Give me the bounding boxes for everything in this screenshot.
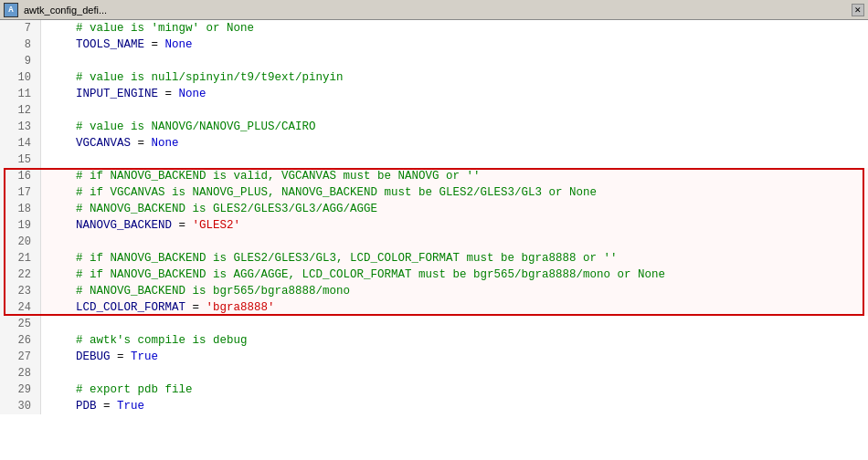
token-variable: DEBUG bbox=[48, 350, 111, 363]
title-bar-icon: A bbox=[4, 3, 18, 17]
line-content: PDB = True bbox=[41, 398, 868, 414]
line-content: # value is NANOVG/NANOVG_PLUS/CAIRO bbox=[41, 119, 868, 135]
line-number: 23 bbox=[0, 283, 41, 299]
line-number: 25 bbox=[0, 316, 41, 332]
token-plain: = bbox=[97, 400, 118, 413]
token-string: 'bgra8888' bbox=[206, 301, 275, 314]
line-number: 9 bbox=[0, 53, 41, 69]
line-number: 12 bbox=[0, 102, 41, 119]
token-variable: INPUT_ENGINE bbox=[48, 88, 158, 100]
line-content: DEBUG = True bbox=[41, 349, 868, 365]
line-number: 21 bbox=[0, 250, 41, 267]
title-bar: A awtk_config_defi... ✕ bbox=[0, 0, 868, 20]
token-comment: # value is null/spinyin/t9/t9ext/pinyin bbox=[48, 71, 344, 84]
token-variable: NANOVG_BACKEND bbox=[48, 219, 172, 232]
code-line: 20 bbox=[0, 234, 868, 250]
token-plain: = bbox=[111, 350, 132, 363]
token-variable: PDB bbox=[48, 400, 97, 413]
line-number: 14 bbox=[0, 135, 41, 152]
line-number: 7 bbox=[0, 20, 41, 37]
line-number: 22 bbox=[0, 267, 41, 283]
line-number: 16 bbox=[0, 168, 41, 184]
line-number: 26 bbox=[0, 332, 41, 349]
code-line: 15 bbox=[0, 152, 868, 168]
line-number: 27 bbox=[0, 349, 41, 365]
line-number: 15 bbox=[0, 152, 41, 168]
code-line: 24 LCD_COLOR_FORMAT = 'bgra8888' bbox=[0, 299, 868, 316]
token-plain: = bbox=[131, 137, 152, 150]
line-content: # value is null/spinyin/t9/t9ext/pinyin bbox=[41, 69, 868, 86]
code-line: 22 # if NANOVG_BACKEND is AGG/AGGE, LCD_… bbox=[0, 267, 868, 283]
token-comment: # value is 'mingw' or None bbox=[48, 22, 254, 35]
token-plain: = bbox=[144, 38, 165, 51]
token-plain: = bbox=[158, 88, 179, 100]
token-comment: # if NANOVG_BACKEND is AGG/AGGE, LCD_COL… bbox=[48, 268, 665, 281]
line-content: INPUT_ENGINE = None bbox=[41, 86, 868, 102]
token-comment: # if NANOVG_BACKEND is valid, VGCANVAS m… bbox=[48, 170, 481, 183]
title-bar-text: awtk_config_defi... bbox=[24, 5, 846, 16]
line-content: VGCANVAS = None bbox=[41, 135, 868, 152]
token-comment: # export pdb file bbox=[48, 383, 193, 396]
token-plain: = bbox=[172, 219, 193, 232]
code-container: 7 # value is 'mingw' or None8 TOOLS_NAME… bbox=[0, 20, 868, 460]
token-value-none: None bbox=[152, 137, 179, 150]
line-number: 11 bbox=[0, 86, 41, 102]
code-line: 30 PDB = True bbox=[0, 398, 868, 414]
token-comment: # value is NANOVG/NANOVG_PLUS/CAIRO bbox=[48, 120, 316, 133]
token-variable: TOOLS_NAME bbox=[48, 38, 144, 51]
token-string: 'GLES2' bbox=[193, 219, 241, 232]
editor-area: 7 # value is 'mingw' or None8 TOOLS_NAME… bbox=[0, 20, 868, 460]
code-line: 28 bbox=[0, 365, 868, 382]
code-line: 11 INPUT_ENGINE = None bbox=[0, 86, 868, 102]
line-content: # value is 'mingw' or None bbox=[41, 20, 868, 37]
token-value-none: None bbox=[165, 38, 193, 51]
line-content: # export pdb file bbox=[41, 382, 868, 398]
token-variable: LCD_COLOR_FORMAT bbox=[48, 301, 185, 314]
token-comment: # NANOVG_BACKEND is bgr565/bgra8888/mono bbox=[48, 285, 350, 298]
line-number: 13 bbox=[0, 119, 41, 135]
line-content: # if NANOVG_BACKEND is AGG/AGGE, LCD_COL… bbox=[41, 267, 868, 283]
line-number: 20 bbox=[0, 234, 41, 250]
token-plain: = bbox=[185, 301, 206, 314]
code-line: 27 DEBUG = True bbox=[0, 349, 868, 365]
code-line: 29 # export pdb file bbox=[0, 382, 868, 398]
code-line: 19 NANOVG_BACKEND = 'GLES2' bbox=[0, 217, 868, 234]
token-comment: # awtk's compile is debug bbox=[48, 334, 248, 347]
line-number: 19 bbox=[0, 217, 41, 234]
line-content: # NANOVG_BACKEND is bgr565/bgra8888/mono bbox=[41, 283, 868, 299]
code-line: 7 # value is 'mingw' or None bbox=[0, 20, 868, 37]
code-line: 16 # if NANOVG_BACKEND is valid, VGCANVA… bbox=[0, 168, 868, 184]
token-comment: # if VGCANVAS is NANOVG_PLUS, NANOVG_BAC… bbox=[48, 186, 597, 199]
token-value-true: True bbox=[117, 400, 144, 413]
line-number: 8 bbox=[0, 37, 41, 53]
code-line: 18 # NANOVG_BACKEND is GLES2/GLES3/GL3/A… bbox=[0, 201, 868, 217]
token-value-true: True bbox=[131, 350, 158, 363]
code-line: 21 # if NANOVG_BACKEND is GLES2/GLES3/GL… bbox=[0, 250, 868, 267]
code-line: 8 TOOLS_NAME = None bbox=[0, 37, 868, 53]
line-content: NANOVG_BACKEND = 'GLES2' bbox=[41, 217, 868, 234]
line-number: 28 bbox=[0, 365, 41, 382]
line-content: # if NANOVG_BACKEND is GLES2/GLES3/GL3, … bbox=[41, 250, 868, 267]
code-line: 25 bbox=[0, 316, 868, 332]
token-variable: VGCANVAS bbox=[48, 137, 131, 150]
line-content: # if VGCANVAS is NANOVG_PLUS, NANOVG_BAC… bbox=[41, 184, 868, 201]
line-content: TOOLS_NAME = None bbox=[41, 37, 868, 53]
code-line: 23 # NANOVG_BACKEND is bgr565/bgra8888/m… bbox=[0, 283, 868, 299]
line-number: 10 bbox=[0, 69, 41, 86]
token-value-none: None bbox=[179, 88, 206, 100]
code-line: 26 # awtk's compile is debug bbox=[0, 332, 868, 349]
line-number: 17 bbox=[0, 184, 41, 201]
code-line: 10 # value is null/spinyin/t9/t9ext/piny… bbox=[0, 69, 868, 86]
code-line: 12 bbox=[0, 102, 868, 119]
close-button[interactable]: ✕ bbox=[852, 4, 864, 16]
code-line: 9 bbox=[0, 53, 868, 69]
line-content: # if NANOVG_BACKEND is valid, VGCANVAS m… bbox=[41, 168, 868, 184]
code-line: 14 VGCANVAS = None bbox=[0, 135, 868, 152]
line-number: 30 bbox=[0, 398, 41, 414]
token-comment: # NANOVG_BACKEND is GLES2/GLES3/GL3/AGG/… bbox=[48, 203, 377, 215]
line-content: # NANOVG_BACKEND is GLES2/GLES3/GL3/AGG/… bbox=[41, 201, 868, 217]
line-number: 18 bbox=[0, 201, 41, 217]
line-content: LCD_COLOR_FORMAT = 'bgra8888' bbox=[41, 299, 868, 316]
line-number: 24 bbox=[0, 299, 41, 316]
code-line: 17 # if VGCANVAS is NANOVG_PLUS, NANOVG_… bbox=[0, 184, 868, 201]
